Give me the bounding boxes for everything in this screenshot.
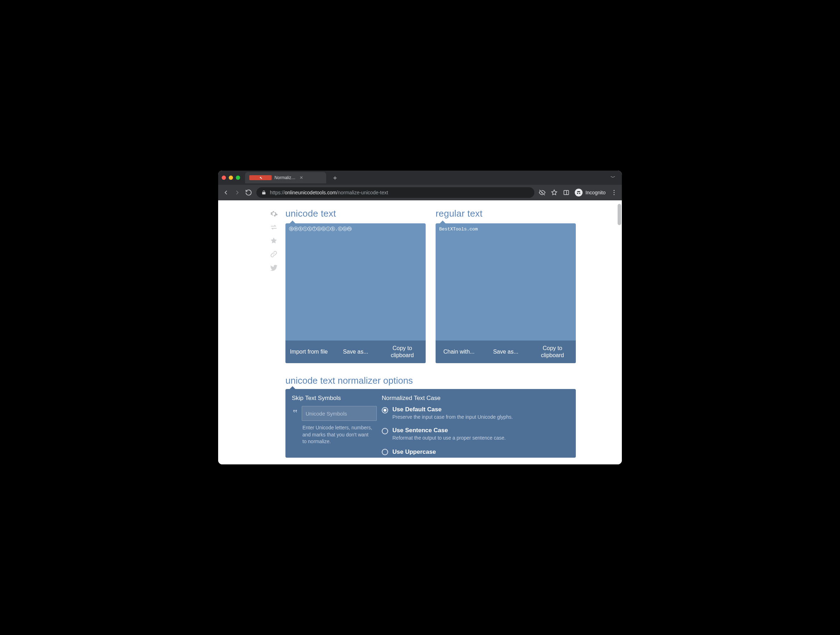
svg-point-2: [614, 192, 615, 193]
window-close-button[interactable]: [222, 176, 226, 180]
lock-icon: [261, 190, 266, 195]
scrollbar-thumb[interactable]: [617, 204, 621, 225]
tab-title: Normalize Unicode Text - Onlin: [275, 175, 297, 180]
incognito-indicator[interactable]: Incognito: [575, 189, 606, 197]
pointer-icon: [440, 221, 445, 223]
pointer-icon: [290, 221, 295, 223]
chain-button[interactable]: Chain with...: [436, 340, 482, 363]
url-text: https://onlineunicodetools.com/normalize…: [270, 190, 529, 195]
radio-icon: [382, 428, 388, 434]
forward-button[interactable]: [234, 189, 241, 196]
page-body: unicode text Import from file Save as...…: [218, 200, 622, 465]
close-icon[interactable]: ✕: [300, 175, 322, 180]
svg-point-3: [614, 194, 615, 195]
radio-sentence-case[interactable]: Use Sentence Case Reformat the output to…: [382, 427, 570, 441]
browser-tab[interactable]: Normalize Unicode Text - Onlin ✕: [245, 172, 326, 183]
case-group: Normalized Text Case Use Default Case Pr…: [382, 395, 570, 455]
skip-hint: Enter Unicode letters, numbers, and mark…: [302, 424, 373, 445]
title-bar: Normalize Unicode Text - Onlin ✕ ＋ ﹀: [218, 170, 622, 185]
skip-symbols-group: Skip Text Symbols Enter Unicode letters,…: [292, 395, 373, 455]
skip-heading: Skip Text Symbols: [292, 395, 373, 402]
pointer-icon: [290, 386, 295, 389]
quote-icon: [292, 406, 298, 416]
incognito-icon: [575, 189, 583, 197]
save-button[interactable]: Save as...: [332, 340, 379, 363]
back-button[interactable]: [223, 189, 229, 196]
window-controls: [222, 176, 240, 180]
radio-icon: [382, 449, 388, 455]
skip-symbols-input[interactable]: [302, 406, 377, 421]
chevron-down-icon[interactable]: ﹀: [608, 175, 618, 181]
address-bar: https://onlineunicodetools.com/normalize…: [218, 185, 622, 200]
input-textarea[interactable]: [286, 223, 426, 340]
output-heading: regular text: [436, 208, 576, 219]
options-section: unicode text normalizer options Skip Tex…: [286, 375, 576, 458]
import-button[interactable]: Import from file: [286, 340, 332, 363]
new-tab-button[interactable]: ＋: [328, 175, 342, 181]
options-heading: unicode text normalizer options: [286, 375, 576, 386]
gear-icon[interactable]: [270, 210, 278, 218]
twitter-icon[interactable]: [270, 263, 278, 272]
output-pane: regular text BestXTools.com Chain with..…: [436, 208, 576, 363]
output-text[interactable]: BestXTools.com: [436, 223, 576, 340]
radio-default-case[interactable]: Use Default Case Preserve the input case…: [382, 406, 570, 421]
star-icon[interactable]: [270, 236, 278, 245]
window-zoom-button[interactable]: [236, 176, 240, 180]
tool-sidebar: [264, 208, 283, 459]
copy-button[interactable]: Copy to clipboard: [379, 340, 426, 363]
input-pane: unicode text Import from file Save as...…: [286, 208, 426, 363]
reload-button[interactable]: [245, 189, 252, 196]
window-minimize-button[interactable]: [229, 176, 233, 180]
save-button[interactable]: Save as...: [482, 340, 529, 363]
link-icon[interactable]: [270, 250, 278, 258]
radio-uppercase[interactable]: Use Uppercase: [382, 448, 570, 455]
url-field[interactable]: https://onlineunicodetools.com/normalize…: [256, 187, 534, 198]
input-heading: unicode text: [286, 208, 426, 219]
case-heading: Normalized Text Case: [382, 395, 570, 402]
swap-icon[interactable]: [270, 223, 278, 232]
panel-icon[interactable]: [563, 189, 570, 196]
star-icon[interactable]: [551, 189, 558, 196]
incognito-label: Incognito: [585, 190, 606, 195]
copy-button[interactable]: Copy to clipboard: [529, 340, 576, 363]
wrench-icon: [249, 175, 272, 180]
svg-point-1: [614, 190, 615, 191]
browser-window: Normalize Unicode Text - Onlin ✕ ＋ ﹀ htt…: [218, 170, 622, 465]
eye-off-icon[interactable]: [538, 189, 546, 196]
scrollbar[interactable]: [616, 200, 622, 465]
radio-icon: [382, 407, 388, 413]
kebab-menu-icon[interactable]: [611, 189, 617, 196]
